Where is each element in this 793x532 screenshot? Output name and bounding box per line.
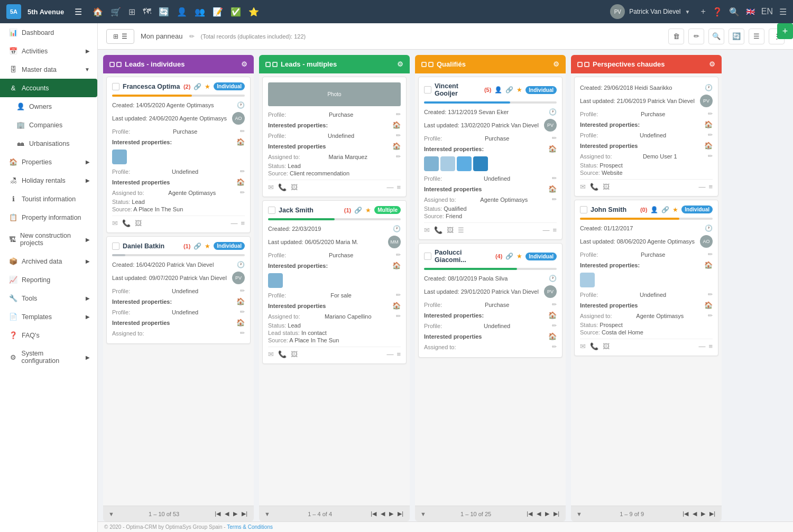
- phone-icon-jo[interactable]: 📞: [590, 342, 598, 350]
- pag-last-3[interactable]: ▶|: [552, 509, 560, 518]
- card-star-francesca[interactable]: ★: [205, 83, 210, 90]
- top-menu-icon[interactable]: ☰: [779, 7, 787, 17]
- profile2-edit-jo[interactable]: ✏: [708, 291, 713, 298]
- home-icon2-pt[interactable]: 🏠: [704, 142, 713, 150]
- profile-edit-f[interactable]: ✏: [240, 128, 245, 135]
- sidebar-item-tourist-info[interactable]: ℹ Tourist information: [0, 190, 97, 208]
- card-check-vincent[interactable]: [424, 86, 431, 94]
- profile-edit-v[interactable]: ✏: [552, 135, 557, 142]
- assigned-edit-j[interactable]: ✏: [396, 313, 401, 320]
- home-icon2-d[interactable]: 🏠: [236, 319, 245, 326]
- footer-arrow-down-2[interactable]: ▼: [264, 511, 270, 517]
- email-icon-pt[interactable]: ✉: [580, 183, 586, 191]
- card-link-icon-paolucci[interactable]: 🔗: [505, 253, 513, 260]
- group-nav-icon[interactable]: 👥: [195, 7, 205, 17]
- pag-next-2[interactable]: ▶: [388, 509, 394, 518]
- cart-nav-icon[interactable]: 🛒: [110, 7, 121, 17]
- profile2-edit-pt[interactable]: ✏: [708, 132, 713, 138]
- pag-next-4[interactable]: ▶: [700, 509, 706, 518]
- pag-prev-2[interactable]: ◀: [380, 509, 386, 518]
- card-star-daniel[interactable]: ★: [205, 242, 210, 250]
- home-icon-pt[interactable]: 🏠: [704, 120, 713, 128]
- email-icon-j[interactable]: ✉: [268, 350, 274, 358]
- boards-button[interactable]: ⊞ ☰: [106, 29, 134, 44]
- assigned-edit-f[interactable]: ✏: [240, 189, 245, 196]
- col-gear-leads-mult[interactable]: ⚙: [397, 60, 403, 68]
- assigned-edit-p[interactable]: ✏: [552, 343, 557, 350]
- footer-arrow-down-1[interactable]: ▼: [108, 511, 114, 517]
- refresh-button[interactable]: 🔄: [729, 29, 744, 44]
- footer-arrow-down-3[interactable]: ▼: [420, 511, 426, 517]
- card-link-icon-john[interactable]: 🔗: [661, 206, 669, 213]
- lines-icon-v[interactable]: ≡: [552, 226, 557, 234]
- profile-edit-nn[interactable]: ✏: [396, 111, 401, 118]
- phone-icon-v[interactable]: 📞: [434, 226, 442, 234]
- sidebar-item-tools[interactable]: 🔧 Tools ▶: [0, 289, 97, 307]
- help-icon[interactable]: ❓: [712, 7, 723, 17]
- pag-last-1[interactable]: ▶|: [241, 509, 248, 518]
- language-flag-icon[interactable]: 🇬🇧: [746, 7, 755, 16]
- sidebar-item-properties[interactable]: 🏠 Properties ▶: [0, 153, 97, 171]
- home-icon-jo[interactable]: 🏠: [704, 261, 713, 269]
- home-icon2-nn[interactable]: 🏠: [392, 142, 401, 150]
- card-link-icon-jack[interactable]: 🔗: [354, 207, 362, 214]
- card-star-paolucci[interactable]: ★: [517, 253, 522, 260]
- add-column-button[interactable]: +: [777, 23, 793, 39]
- sidebar-item-property-info[interactable]: 📋 Property information: [0, 208, 97, 227]
- card-star-vincent[interactable]: ★: [517, 86, 522, 94]
- map-nav-icon[interactable]: 🗺: [143, 7, 151, 16]
- card-person-icon-john[interactable]: 👤: [650, 206, 658, 213]
- sidebar-item-dashboard[interactable]: 📊 Dashboard: [0, 23, 97, 42]
- profile-edit-p[interactable]: ✏: [552, 301, 557, 308]
- card-link-icon-vincent[interactable]: 🔗: [505, 86, 513, 94]
- list-view-button[interactable]: ☰: [749, 29, 764, 44]
- pag-first-2[interactable]: |◀: [370, 509, 377, 518]
- image-icon-j[interactable]: 🖼: [291, 350, 298, 358]
- lines-icon-nn[interactable]: ≡: [396, 183, 401, 191]
- card-check-daniel[interactable]: [112, 242, 119, 250]
- card-link-icon-francesca[interactable]: 🔗: [193, 83, 201, 90]
- sidebar-item-companies[interactable]: 🏢 Companies: [0, 116, 97, 134]
- lines-icon-f[interactable]: ≡: [241, 219, 245, 227]
- col-gear-qualifies[interactable]: ⚙: [553, 60, 559, 68]
- home-icon2-p[interactable]: 🏠: [548, 332, 557, 340]
- home-icon-v[interactable]: 🏠: [548, 145, 557, 153]
- dash-icon-pt[interactable]: —: [698, 183, 705, 191]
- card-check-francesca[interactable]: [112, 83, 119, 90]
- home-icon-p[interactable]: 🏠: [548, 311, 557, 319]
- email-icon-nn[interactable]: ✉: [268, 183, 274, 191]
- col-gear-perspectives[interactable]: ⚙: [709, 60, 715, 68]
- assigned-edit-jo[interactable]: ✏: [708, 312, 713, 319]
- sidebar-item-faqs[interactable]: ❓ FAQ's: [0, 326, 97, 344]
- home-icon2-v[interactable]: 🏠: [548, 185, 557, 193]
- pag-first-3[interactable]: |◀: [525, 509, 533, 518]
- title-edit-icon[interactable]: ✏: [189, 33, 195, 40]
- star-nav-icon[interactable]: ⭐: [248, 7, 259, 17]
- assigned-edit-nn[interactable]: ✏: [396, 153, 401, 160]
- profile2-edit-d[interactable]: ✏: [240, 309, 245, 315]
- home-icon2-j[interactable]: 🏠: [392, 302, 401, 310]
- card-check-john[interactable]: [580, 206, 587, 213]
- pag-last-4[interactable]: ▶|: [708, 509, 716, 518]
- user-dropdown-arrow[interactable]: ▼: [685, 9, 690, 15]
- assigned-edit-d[interactable]: ✏: [240, 330, 245, 337]
- refresh-nav-icon[interactable]: 🔄: [159, 7, 169, 17]
- profile-edit-d[interactable]: ✏: [240, 287, 245, 294]
- card-link-icon-daniel[interactable]: 🔗: [193, 242, 201, 250]
- grid-nav-icon[interactable]: ⊞: [128, 7, 135, 17]
- dash-icon-v[interactable]: —: [542, 226, 549, 234]
- card-star-john[interactable]: ★: [672, 206, 678, 213]
- sidebar-item-system-config[interactable]: ⚙ System configuration ▶: [0, 344, 97, 370]
- profile-edit-pt[interactable]: ✏: [708, 110, 713, 117]
- check-nav-icon[interactable]: ✅: [230, 7, 241, 17]
- phone-icon-nn[interactable]: 📞: [278, 183, 287, 191]
- card-check-jack[interactable]: [268, 207, 275, 214]
- footer-arrow-down-4[interactable]: ▼: [576, 511, 582, 517]
- user-name[interactable]: Patrick Van Dievel: [629, 8, 680, 15]
- email-icon-jo[interactable]: ✉: [580, 342, 586, 350]
- sidebar-item-new-construction[interactable]: 🏗 New construction projects ▶: [0, 227, 97, 252]
- profile2-edit-f[interactable]: ✏: [240, 168, 245, 175]
- card-star-jack[interactable]: ★: [365, 207, 371, 214]
- pag-prev-1[interactable]: ◀: [224, 509, 230, 518]
- home-icon-d[interactable]: 🏠: [236, 297, 245, 305]
